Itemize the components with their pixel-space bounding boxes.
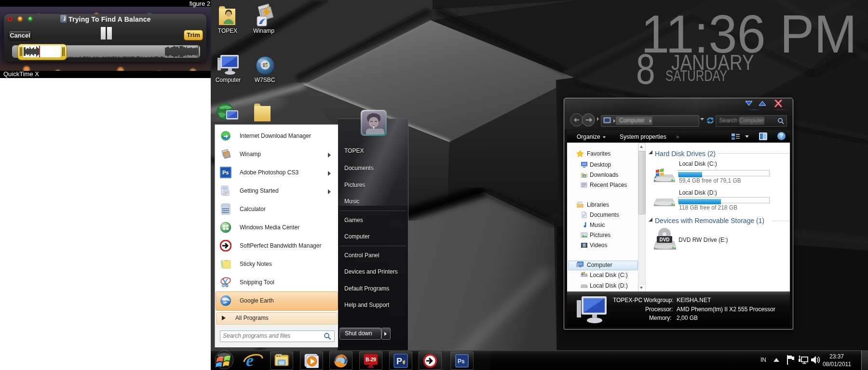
svg-text:Ps: Ps <box>222 170 229 175</box>
svg-text:DVD: DVD <box>659 237 669 242</box>
svg-text:e: e <box>246 351 254 370</box>
svg-text:B-29: B-29 <box>366 357 376 362</box>
svg-text:P: P <box>396 357 402 366</box>
svg-text:Ps: Ps <box>458 358 465 365</box>
